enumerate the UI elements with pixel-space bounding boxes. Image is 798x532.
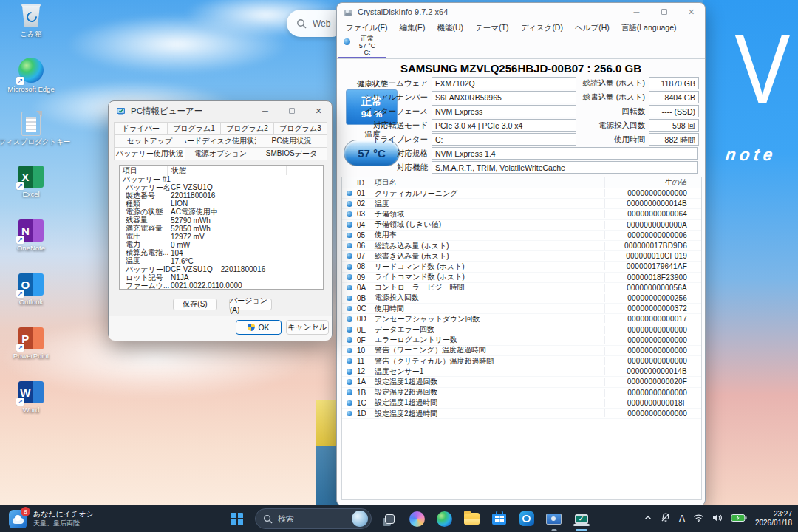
menu-item[interactable]: ヘルプ(H) xyxy=(569,23,615,33)
status-dot-icon xyxy=(342,264,357,270)
dialog-tab[interactable]: バッテリー使用状況 xyxy=(114,147,185,160)
smart-row: 1A 設定温度1超過回数 0000000000020F xyxy=(342,377,701,387)
smart-id: 1D xyxy=(357,409,375,417)
menu-item[interactable]: 編集(E) xyxy=(393,23,431,33)
menu-item[interactable]: 言語(Language) xyxy=(615,23,683,33)
smart-name: 使用率 xyxy=(375,230,604,240)
explorer-taskbar-icon[interactable] xyxy=(463,510,481,528)
smart-id: 0A xyxy=(357,284,375,292)
info-field-label: 対応転送モード xyxy=(359,120,432,131)
smart-row: 1D 設定温度2超過時間 00000000000000 xyxy=(342,409,701,419)
crystaldiskinfo-taskbar-icon[interactable] xyxy=(545,510,563,528)
desktop-icon-powerpoint[interactable]: P ↗ PowerPoint xyxy=(1,325,61,379)
dialog-tab[interactable]: SMBIOSデータ xyxy=(256,147,327,160)
edge-taskbar-icon[interactable] xyxy=(435,510,454,528)
wallpaper-note-logo: note xyxy=(724,145,777,165)
disk-tab-c[interactable]: 正常 57 °C C: xyxy=(338,35,386,58)
battery-item-value: 12972 mV xyxy=(167,233,323,241)
smart-raw-value: 00000000000000 xyxy=(604,189,692,197)
desktop-icon-edge[interactable]: ↗ Microsoft Edge xyxy=(1,55,61,109)
desktop-search-text: Web xyxy=(313,18,330,29)
ok-button[interactable]: OK xyxy=(236,320,282,335)
smart-row: 10 警告（ワーニング）温度超過時間 00000000000000 xyxy=(342,346,701,356)
dialog-tabs: ドライバープログラム1プログラム2プログラム3 セットアップハードディスク使用状… xyxy=(115,123,327,160)
menu-item[interactable]: ファイル(F) xyxy=(340,23,393,33)
info-field-label: 電源投入回数 xyxy=(581,120,649,131)
close-button[interactable]: ✕ xyxy=(305,101,332,120)
shortcut-arrow-icon: ↗ xyxy=(16,398,24,406)
battery-item-value: 104 xyxy=(167,249,323,257)
smart-id: 1B xyxy=(357,389,375,397)
copilot-taskbar-icon[interactable] xyxy=(408,510,426,528)
dialog-tab[interactable]: ドライバー xyxy=(114,122,168,135)
minimize-button[interactable]: ─ xyxy=(623,3,650,21)
desktop-icon-office-product-key[interactable]: ↗ オフィスプロダクトキー xyxy=(1,109,61,163)
dialog-tab[interactable]: プログラム1 xyxy=(167,122,221,135)
menu-item[interactable]: ディスク(D) xyxy=(514,23,569,33)
battery-charging-icon[interactable] xyxy=(731,512,747,525)
dialog-window-controls: ─ ✕ xyxy=(252,101,332,119)
smart-raw-value: 00000000000000 xyxy=(604,336,692,344)
start-button[interactable] xyxy=(228,510,246,528)
disk-model-title: SAMSUNG MZVLQ256HBJD-00B07 : 256.0 GB xyxy=(337,62,705,75)
smart-id: 01 xyxy=(357,189,375,197)
smart-id: 1C xyxy=(357,399,375,407)
tray-chevron-up-icon[interactable] xyxy=(644,512,652,525)
smart-row: 1C 設定温度1超過時間 0000000000018F xyxy=(342,398,701,409)
crystaldiskinfo-titlebar[interactable]: CrystalDiskInfo 9.7.2 x64 ─ ✕ xyxy=(337,3,705,21)
maximize-button[interactable] xyxy=(650,3,678,21)
smart-raw-value: 00000000000000 xyxy=(604,357,692,365)
outlook-taskbar-icon[interactable] xyxy=(517,510,536,528)
widgets-button[interactable]: 8 あなたにイチオシ 天皇、皇后両陛... xyxy=(4,505,98,532)
search-highlight-image xyxy=(352,511,368,527)
dialog-titlebar[interactable]: PC情報ビューアー ─ ✕ xyxy=(109,101,332,120)
cancel-button[interactable]: キャンセル xyxy=(286,320,329,335)
close-button[interactable]: ✕ xyxy=(678,3,705,21)
desktop-icon-outlook[interactable]: O ↗ Outlook xyxy=(1,271,61,325)
battery-item-label: ファームウ... xyxy=(120,281,167,290)
desktop-icon-recycle-bin[interactable]: ↗ ごみ箱 xyxy=(1,1,61,55)
app-icon: ↗ xyxy=(18,4,44,27)
volume-icon[interactable] xyxy=(712,512,723,525)
notifications-muted-icon[interactable] xyxy=(661,512,671,525)
dialog-tab[interactable]: PC使用状況 xyxy=(256,134,327,148)
maximize-button[interactable] xyxy=(279,101,305,120)
widget-headline-1: あなたにイチオシ xyxy=(33,510,94,519)
smart-header-id: ID xyxy=(357,179,375,187)
dialog-tab[interactable]: プログラム2 xyxy=(220,122,274,135)
minimize-button[interactable]: ─ xyxy=(252,101,279,120)
version-button[interactable]: バージョン(A) xyxy=(229,299,272,310)
dialog-tab[interactable]: セットアップ xyxy=(114,134,185,148)
taskbar-clock[interactable]: 23:27 2026/01/18 xyxy=(755,510,792,528)
dialog-title: PC情報ビューアー xyxy=(131,106,202,117)
store-taskbar-icon[interactable] xyxy=(490,510,508,528)
smart-raw-value: 000000010CF019 xyxy=(604,252,692,260)
save-button[interactable]: 保存(S) xyxy=(173,299,217,310)
status-dot-icon xyxy=(342,253,357,259)
pc-info-viewer-taskbar-icon[interactable] xyxy=(572,510,590,528)
taskview-taskbar-icon[interactable] xyxy=(381,510,399,528)
ime-mode-indicator[interactable]: A xyxy=(679,514,685,524)
smart-row: 0F エラーログエントリー数 00000000000000 xyxy=(342,335,701,346)
dialog-tab[interactable]: ハードディスク使用状況 xyxy=(185,134,256,148)
smart-header-raw: 生の値 xyxy=(604,177,692,188)
desktop-icon-excel[interactable]: X ↗ Excel xyxy=(1,163,61,217)
menu-item[interactable]: 機能(U) xyxy=(431,23,469,33)
smart-id: 09 xyxy=(357,273,375,282)
disk-tab-bar: 正常 57 °C C: xyxy=(337,35,705,59)
desktop-icon-onenote[interactable]: N ↗ OneNote xyxy=(1,217,61,271)
smart-name: クリティカルワーニング xyxy=(375,188,604,199)
dialog-tab[interactable]: 電源オプション xyxy=(185,147,256,160)
info-field-label: 総読込量 (ホスト) xyxy=(581,78,649,89)
dialog-tab[interactable]: プログラム3 xyxy=(273,122,327,135)
wifi-icon[interactable] xyxy=(693,512,704,525)
desktop-icon-word[interactable]: W ↗ Word xyxy=(1,379,61,433)
status-dot-icon xyxy=(342,285,357,291)
taskbar-search-box[interactable]: 検索 xyxy=(255,508,372,529)
ok-button-label: OK xyxy=(258,323,269,332)
info-field-value: ---- (SSD) xyxy=(649,105,699,117)
menu-item[interactable]: テーマ(T) xyxy=(469,23,514,33)
smart-name: 使用時間 xyxy=(375,304,604,314)
smart-row: 0E データエラー回数 00000000000000 xyxy=(342,324,701,335)
smart-id: 05 xyxy=(357,231,375,239)
